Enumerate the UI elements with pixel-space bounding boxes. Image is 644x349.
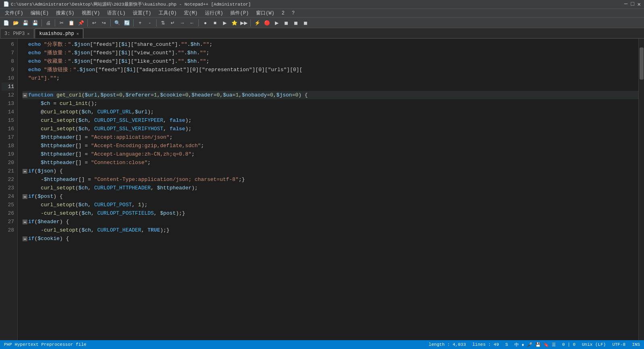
line-num-14: 14 [2, 108, 14, 116]
code-line-12: $ch = curl_init (); [23, 99, 638, 108]
toolbar-macro-run[interactable]: ▶▶ [239, 18, 248, 27]
code-line-28: ▬ if ( $cookie ) { [23, 234, 638, 243]
line-num-8: 8 [2, 57, 14, 66]
toolbar-find[interactable]: 🔍 [113, 18, 122, 27]
line-num-20: 20 [2, 158, 14, 167]
code-line-22: curl_setopt ( $ch , CURLOPT_HTTPHEADER ,… [23, 184, 638, 192]
close-button[interactable]: ✕ [638, 1, 641, 8]
toolbar-redo[interactable]: ↪ [99, 18, 108, 27]
toolbar-save[interactable]: 💾 [21, 18, 30, 27]
menu-edit[interactable]: 编辑(E) [27, 9, 52, 17]
menu-2[interactable]: 2 [279, 10, 288, 17]
status-input-icons: 中 ♦ 🎤 💾 🔖 ☰ [514, 342, 556, 348]
toolbar-indent[interactable]: → [178, 18, 187, 27]
menu-help[interactable]: ? [289, 10, 298, 17]
line-num-24: 24 [2, 192, 14, 201]
line-num-27: 27 [2, 218, 14, 226]
tab-php3-label: 3: PHP3 [4, 31, 25, 37]
toolbar-more2[interactable]: ▶ [272, 18, 281, 27]
tab-php3-close[interactable]: ✕ [27, 31, 29, 36]
code-line-15: curl_setopt ( $ch , CURLOPT_SSL_VERIFYHO… [23, 125, 638, 133]
toolbar-macro-play[interactable]: ▶ [220, 18, 229, 27]
line-num-6: 6 [2, 40, 14, 49]
line-num-11: 11 [2, 82, 14, 91]
vertical-scrollbar[interactable] [638, 39, 644, 340]
editor-container: 6 7 8 9 10 11 12 13 14 15 16 17 18 19 20… [0, 39, 644, 340]
toolbar-paste[interactable]: 📌 [76, 18, 85, 27]
code-area[interactable]: echo "分享数：" . $json ["feeds"][ $i ]["sha… [18, 39, 638, 340]
toolbar-more1[interactable]: 🔴 [262, 18, 271, 27]
scrollbar-thumb[interactable] [640, 47, 644, 80]
fold-marker-23[interactable]: ▬ [23, 194, 27, 199]
fold-marker-20[interactable]: ▬ [23, 169, 27, 174]
line-num-19: 19 [2, 150, 14, 158]
code-line-23: ▬ if ( $post ) { [23, 192, 638, 201]
toolbar-copy[interactable]: 📋 [67, 18, 76, 27]
toolbar-undo[interactable]: ↩ [90, 18, 99, 27]
status-bar-right: length : 4,033 lines : 49 S 中 ♦ 🎤 💾 🔖 ☰ … [429, 342, 640, 348]
toolbar-wrap[interactable]: ↵ [168, 18, 177, 27]
menu-tools[interactable]: 工具(O) [155, 9, 180, 17]
menu-plugins[interactable]: 插件(P) [227, 9, 252, 17]
toolbar-macro-stop[interactable]: ■ [211, 18, 219, 27]
logo-icon: 📄 [3, 1, 9, 7]
maximize-button[interactable]: □ [631, 1, 634, 8]
menu-window[interactable]: 窗口(W) [253, 9, 278, 17]
toolbar-more5[interactable]: ◼ [301, 18, 310, 27]
minimize-button[interactable]: ─ [624, 1, 627, 8]
tab-kuaishou-close[interactable]: ✕ [76, 31, 79, 36]
code-line-20: ▬ if ( $json ) { [23, 167, 638, 175]
toolbar-sync[interactable]: ⇅ [159, 18, 167, 27]
toolbar-run-cmd[interactable]: ⚡ [253, 18, 262, 27]
tab-bar: 3: PHP3 ✕ kuaishou.php ✕ [0, 28, 644, 39]
toolbar-open[interactable]: 📂 [11, 18, 20, 27]
code-line-16: $httpheader [] = "Accept:application/jso… [23, 133, 638, 142]
toolbar-zoomout[interactable]: - [145, 18, 154, 27]
menu-run[interactable]: 运行(R) [202, 9, 227, 17]
toolbar-zoomin[interactable]: + [136, 18, 144, 27]
code-line-9: echo "播放链接：" . $json ["feeds"][ $i ]["ad… [23, 66, 638, 74]
fold-marker-11[interactable]: ▬ [23, 93, 27, 98]
code-line-14: curl_setopt ( $ch , CURLOPT_SSL_VERIFYPE… [23, 116, 638, 125]
toolbar: 📄 📂 💾 💾 🖨 ✂ 📋 📌 ↩ ↪ 🔍 🔄 + - ⇅ ↵ → ← ● ■ … [0, 18, 644, 28]
code-line-24: curl_setopt ( $ch , CURLOPT_POST , 1 ); [23, 201, 638, 209]
toolbar-replace[interactable]: 🔄 [122, 18, 131, 27]
status-icon-s: S [506, 342, 508, 347]
code-line-21: - $httpheader [] = "Content-Type:applica… [23, 175, 638, 184]
toolbar-more3[interactable]: ◼ [282, 18, 291, 27]
toolbar-saveall[interactable]: 💾 [31, 18, 39, 27]
menu-macro[interactable]: 宏(M) [181, 9, 201, 17]
window-title: C:\Users\Administrator\Desktop\网站源码\2023… [11, 1, 251, 7]
tab-kuaishou[interactable]: kuaishou.php ✕ [35, 29, 83, 38]
toolbar-unindent[interactable]: ← [188, 18, 196, 27]
line-num-25: 25 [2, 201, 14, 209]
line-num-9: 9 [2, 66, 14, 74]
fold-marker-26[interactable]: ▬ [23, 220, 27, 224]
line-num-13: 13 [2, 99, 14, 108]
toolbar-new[interactable]: 📄 [2, 18, 10, 27]
toolbar-cut[interactable]: ✂ [57, 18, 66, 27]
toolbar-macro-record[interactable]: ● [201, 18, 210, 27]
toolbar-macro-save[interactable]: ⭐ [230, 18, 239, 27]
line-num-28: 28 [2, 226, 14, 234]
line-num-16: 16 [2, 125, 14, 133]
line-num-12: 12 [2, 91, 14, 99]
menu-language[interactable]: 语言(L) [104, 9, 129, 17]
fold-marker-28[interactable]: ▬ [23, 236, 27, 241]
menu-bar: 文件(F) 编辑(E) 搜索(S) 视图(V) 语言(L) 设置(T) 工具(O… [0, 9, 644, 18]
tab-php3[interactable]: 3: PHP3 ✕ [0, 29, 34, 38]
status-file-type: PHP Hypertext Preprocessor file [4, 342, 87, 347]
code-line-7: echo "播放量：" . $json ["feeds"][ $i ]["vie… [23, 49, 638, 57]
toolbar-more4[interactable]: ◼ [291, 18, 300, 27]
menu-search[interactable]: 搜索(S) [53, 9, 78, 17]
menu-view[interactable]: 视图(V) [78, 9, 103, 17]
code-line-25: - curl_setopt ( $ch , CURLOPT_POSTFIELDS… [23, 209, 638, 218]
menu-settings[interactable]: 设置(T) [130, 9, 155, 17]
code-line-10 [23, 82, 638, 91]
menu-file[interactable]: 文件(F) [2, 9, 27, 17]
toolbar-print[interactable]: 🖨 [44, 18, 53, 27]
code-line-11: ▬ function get_curl ( $url , $post = 0 ,… [23, 91, 638, 99]
status-bar: PHP Hypertext Preprocessor file length :… [0, 340, 644, 349]
code-line-9b: "url"]. "" ; [23, 74, 638, 82]
code-line-6: echo "分享数：" . $json ["feeds"][ $i ]["sha… [23, 40, 638, 49]
